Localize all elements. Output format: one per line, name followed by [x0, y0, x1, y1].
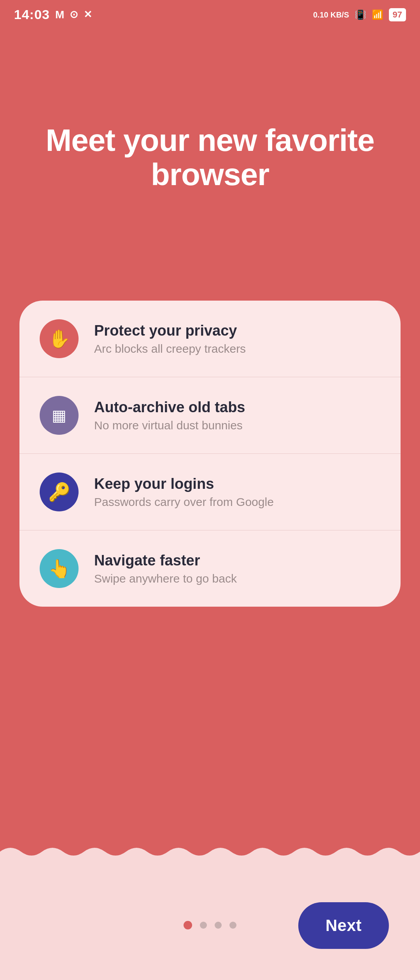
logins-title: Keep your logins [94, 476, 274, 492]
pagination-dots [184, 921, 236, 929]
feature-item-privacy: ✋ Protect your privacy Arc blocks all cr… [19, 301, 401, 377]
archive-icon: ▦ [52, 406, 66, 424]
logins-desc: Passwords carry over from Google [94, 495, 274, 509]
status-time: 14:03 [14, 7, 50, 22]
dot-4 [229, 922, 236, 929]
feature-item-logins: 🔑 Keep your logins Passwords carry over … [19, 454, 401, 530]
privacy-desc: Arc blocks all creepy trackers [94, 342, 246, 355]
battery-indicator: 97 [389, 8, 406, 21]
main-content: Meet your new favorite browser ✋ Protect… [0, 26, 420, 607]
vibrate-icon: 📳 [355, 9, 366, 20]
gmail-icon: M [55, 9, 64, 21]
signal-icon: 📶 [372, 9, 383, 20]
dot-2 [200, 922, 207, 929]
data-speed: 0.10 KB/S [313, 10, 349, 19]
dot-1 [184, 921, 192, 929]
logins-text: Keep your logins Passwords carry over fr… [94, 476, 274, 509]
logins-icon-wrap: 🔑 [40, 472, 79, 511]
status-left: 14:03 M ⊙ ✕ [14, 7, 92, 22]
sync-icon: ⊙ [70, 9, 78, 21]
hand-stop-icon: ✋ [48, 328, 70, 349]
archive-title: Auto-archive old tabs [94, 399, 245, 416]
wave-decoration [0, 840, 420, 863]
archive-text: Auto-archive old tabs No more virtual du… [94, 399, 245, 432]
feature-item-navigate: 👆 Navigate faster Swipe anywhere to go b… [19, 530, 401, 607]
hero-title: Meet your new favorite browser [19, 123, 401, 192]
features-card: ✋ Protect your privacy Arc blocks all cr… [19, 301, 401, 607]
navigate-title: Navigate faster [94, 552, 237, 569]
status-bar: 14:03 M ⊙ ✕ 0.10 KB/S 📳 📶 97 [0, 0, 420, 26]
dot-3 [215, 922, 222, 929]
next-button[interactable]: Next [298, 902, 389, 949]
privacy-icon-wrap: ✋ [40, 319, 79, 358]
navigate-icon-wrap: 👆 [40, 549, 79, 588]
swipe-icon: 👆 [48, 558, 70, 579]
bottom-area: Next [0, 856, 420, 980]
tools-icon: ✕ [84, 9, 92, 21]
navigate-text: Navigate faster Swipe anywhere to go bac… [94, 552, 237, 585]
privacy-title: Protect your privacy [94, 322, 246, 339]
privacy-text: Protect your privacy Arc blocks all cree… [94, 322, 246, 355]
feature-item-archive: ▦ Auto-archive old tabs No more virtual … [19, 377, 401, 454]
status-right: 0.10 KB/S 📳 📶 97 [313, 8, 406, 21]
archive-desc: No more virtual dust bunnies [94, 419, 245, 432]
key-icon: 🔑 [48, 481, 70, 502]
navigate-desc: Swipe anywhere to go back [94, 572, 237, 585]
archive-icon-wrap: ▦ [40, 396, 79, 435]
